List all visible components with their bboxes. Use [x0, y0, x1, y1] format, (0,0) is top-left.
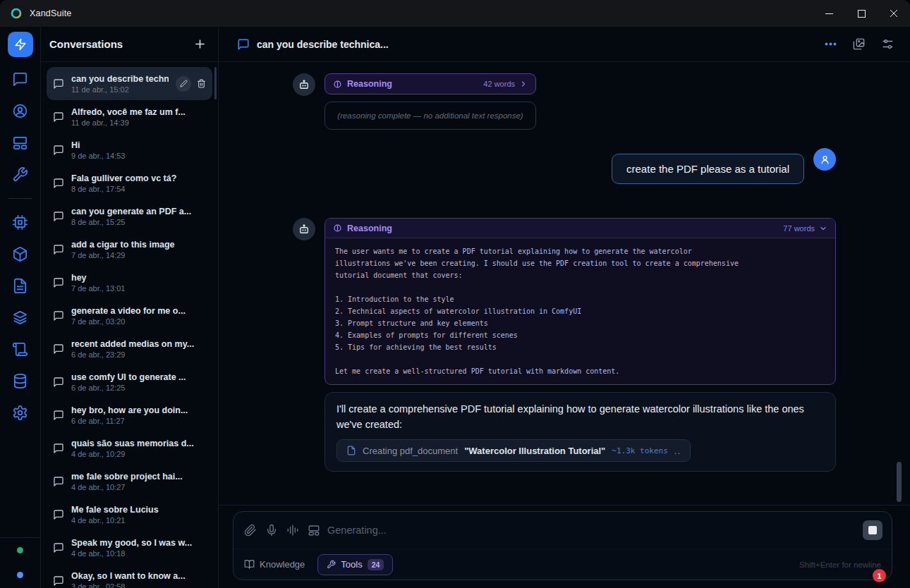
conversation-date: 11 de abr., 15:02 — [71, 85, 169, 94]
chat-bubble-icon — [53, 244, 64, 255]
knowledge-button[interactable]: Knowledge — [244, 559, 305, 570]
microphone-icon — [265, 524, 278, 537]
conversation-date: 6 de abr., 23:29 — [71, 350, 206, 359]
chat-scrollbar[interactable] — [897, 462, 902, 502]
chat-bubble-icon — [237, 38, 250, 51]
chat-header: can you describe technica... — [219, 27, 910, 62]
rail-status — [0, 537, 40, 588]
notification-badge[interactable]: 1 — [873, 569, 886, 582]
user-message: create the PDF please as a tutorial — [293, 148, 836, 184]
minimize-button[interactable] — [813, 0, 845, 27]
reasoning-header[interactable]: Reasoning 77 words — [325, 219, 835, 238]
conversation-item[interactable]: me fale sobre project hai... 4 de abr., … — [47, 465, 212, 498]
user-avatar — [813, 148, 836, 171]
reasoning-block-collapsed[interactable]: Reasoning 42 words — [324, 73, 536, 94]
chat-scroll-area[interactable]: Reasoning 42 words — [219, 62, 910, 505]
reasoning-icon — [333, 80, 342, 89]
dashboard-icon[interactable] — [12, 135, 28, 151]
chat-bubble-icon — [53, 476, 64, 487]
chat-bubble-icon — [53, 78, 64, 90]
conversation-date: 4 de abr., 10:18 — [71, 549, 206, 558]
layers-icon[interactable] — [12, 310, 28, 326]
conversation-item[interactable]: add a cigar to this image 7 de abr., 14:… — [47, 233, 212, 266]
user-profile-icon[interactable] — [12, 103, 28, 119]
conversation-item[interactable]: can you generate an PDF a... 8 de abr., … — [47, 200, 212, 233]
conversation-date: 4 de abr., 10:29 — [71, 450, 206, 458]
reasoning-word-count: 42 words — [483, 80, 515, 88]
person-icon — [819, 154, 831, 166]
close-button[interactable] — [878, 0, 910, 27]
package-icon[interactable] — [12, 246, 28, 262]
status-dot-green — [17, 547, 23, 553]
scroll-icon[interactable] — [12, 341, 28, 357]
conversation-item[interactable]: hey 7 de abr., 13:01 — [47, 266, 212, 299]
knowledge-label: Knowledge — [260, 559, 305, 570]
conversations-panel: Conversations can you describe technica.… — [41, 27, 219, 588]
reasoning-label: Reasoning — [347, 223, 392, 233]
conversation-title: hey bro, how are you doin... — [71, 405, 206, 415]
chat-settings-button[interactable] — [881, 37, 894, 51]
nav-flash-button[interactable] — [8, 32, 33, 57]
waveform-icon — [286, 524, 299, 537]
microphone-button[interactable] — [265, 524, 278, 537]
app-logo-icon — [10, 7, 23, 20]
stop-icon — [868, 526, 877, 534]
canvas-layout-button[interactable] — [308, 524, 320, 537]
chat-bubble-icon — [53, 509, 64, 520]
chat-icon[interactable] — [12, 71, 28, 87]
robot-icon — [298, 78, 310, 91]
chevron-down-icon — [819, 224, 827, 233]
conversation-title: hey — [71, 273, 206, 283]
conversation-item[interactable]: generate a video for me o... 7 de abr., … — [47, 299, 212, 332]
document-icon[interactable] — [12, 278, 28, 294]
chat-bubble-icon — [53, 542, 64, 553]
new-conversation-button[interactable] — [193, 37, 207, 51]
conversation-item[interactable]: Fala gulliver como vc tá? 8 de abr., 17:… — [47, 166, 212, 200]
paperclip-icon — [244, 524, 257, 537]
message-input[interactable] — [327, 525, 863, 536]
conversation-item[interactable]: Speak my good, so I was w... 4 de abr., … — [47, 531, 212, 564]
delete-conversation-button[interactable] — [197, 79, 206, 88]
conversation-item[interactable]: use comfy UI to generate ... 6 de abr., … — [47, 365, 212, 398]
tools-label: Tools — [341, 559, 362, 570]
voice-mode-button[interactable] — [286, 524, 299, 537]
tool-document-title: "Watercolor Illustration Tutorial" — [464, 446, 605, 456]
conversation-item[interactable]: Hi 9 de abr., 14:53 — [47, 133, 212, 166]
chat-bubble-icon — [53, 575, 64, 587]
gallery-button[interactable] — [852, 37, 866, 51]
assistant-avatar — [293, 218, 315, 240]
maximize-button[interactable] — [845, 0, 878, 27]
cpu-icon[interactable] — [12, 214, 28, 231]
conversation-item[interactable]: Okay, so I want to know a... 3 de abr., … — [47, 564, 212, 588]
chat-bubble-icon — [53, 443, 64, 454]
chat-title: can you describe technica... — [257, 39, 389, 50]
stop-generating-button[interactable] — [863, 520, 882, 540]
settings-icon[interactable] — [12, 405, 28, 421]
reasoning-icon — [333, 223, 342, 233]
wrench-icon[interactable] — [12, 166, 28, 183]
conversation-title: Speak my good, so I was w... — [71, 538, 206, 548]
conversation-item[interactable]: Alfredo, você me faz um f... 11 de abr.,… — [47, 100, 212, 133]
tool-call-chip[interactable]: Creating pdf_document "Watercolor Illust… — [336, 439, 691, 462]
conversation-title: Hi — [71, 140, 206, 150]
attach-file-button[interactable] — [244, 524, 257, 537]
chat-main: can you describe technica... — [219, 27, 910, 588]
edit-conversation-button[interactable] — [176, 76, 191, 92]
conversation-item[interactable]: Me fale sobre Lucius 4 de abr., 10:21 — [47, 498, 212, 531]
conversations-scrollbar[interactable] — [214, 67, 217, 99]
app-title: XandSuite — [30, 8, 71, 18]
conversation-item[interactable]: quais são suas memorias d... 4 de abr., … — [47, 431, 212, 465]
conversation-date: 4 de abr., 10:21 — [71, 516, 206, 525]
tools-button[interactable]: Tools 24 — [317, 554, 393, 575]
status-dot-blue — [17, 572, 23, 578]
conversation-date: 11 de abr., 14:39 — [71, 118, 206, 127]
conversation-item[interactable]: recent added medias on my... 6 de abr., … — [47, 332, 212, 365]
conversations-title: Conversations — [49, 38, 123, 50]
assistant-message: Reasoning 77 words The us — [293, 218, 836, 472]
database-icon[interactable] — [12, 373, 28, 389]
composer: Knowledge Tools 24 Shift+Enter for newli… — [233, 511, 892, 580]
conversation-item[interactable]: hey bro, how are you doin... 6 de abr., … — [47, 398, 212, 431]
conversation-title: use comfy UI to generate ... — [71, 372, 206, 382]
more-options-button[interactable] — [825, 42, 837, 46]
conversation-item[interactable]: can you describe technica... 11 de abr.,… — [47, 67, 212, 100]
